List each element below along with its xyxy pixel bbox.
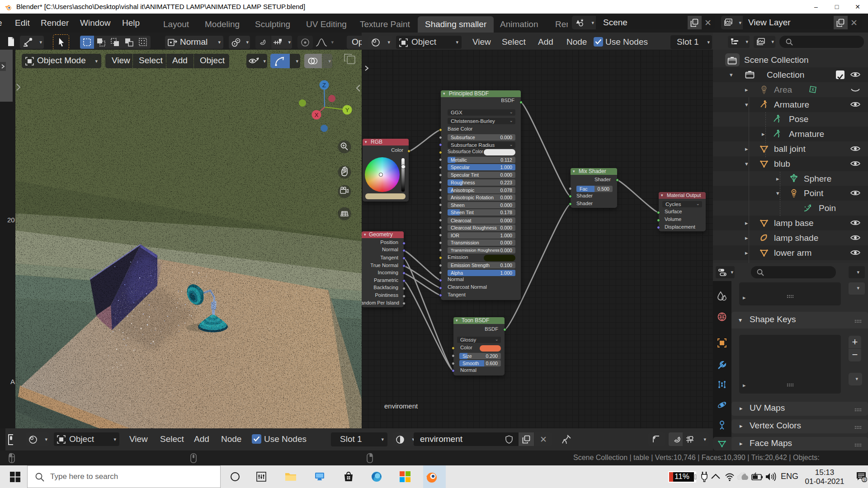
svg-text:Z: Z (322, 82, 326, 89)
svg-text:X: X (315, 112, 319, 118)
svg-text:Y: Y (345, 107, 349, 113)
svg-text:9: 9 (863, 477, 866, 482)
